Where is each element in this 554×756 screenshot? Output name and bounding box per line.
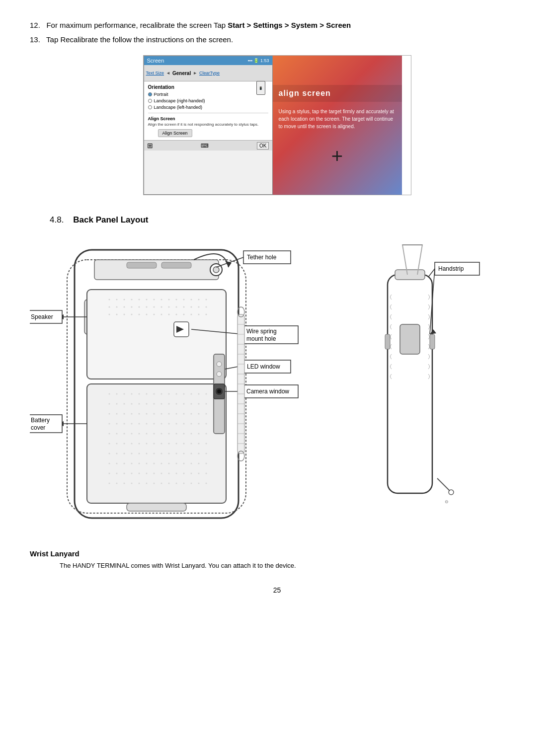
crosshair-icon: + (331, 146, 343, 166)
svg-text:Wire spring: Wire spring (246, 328, 277, 335)
svg-point-25 (116, 299, 118, 301)
svg-point-177 (183, 463, 185, 464)
align-screen-panel: align screen Using a stylus, tap the tar… (273, 56, 402, 195)
svg-text:Camera window: Camera window (246, 388, 289, 395)
svg-point-117 (154, 423, 155, 425)
svg-text:⊖: ⊖ (445, 499, 449, 504)
svg-text:LED window: LED window (247, 363, 280, 370)
svg-point-54 (124, 314, 125, 315)
svg-point-129 (139, 433, 140, 435)
ok-button[interactable]: OK (257, 142, 269, 150)
svg-point-168 (116, 463, 118, 464)
step-13-text: Tap Recalibrate the follow the instructi… (46, 35, 233, 44)
svg-point-193 (198, 473, 200, 474)
align-screen-button[interactable]: Align Screen (158, 129, 192, 137)
svg-point-203 (168, 483, 170, 484)
portrait-label: Portrait (154, 92, 168, 97)
screen-status-icons: ▪▪▪ 🔋 1:53 (247, 58, 269, 63)
svg-point-109 (198, 413, 200, 415)
svg-point-56 (139, 314, 140, 315)
svg-point-155 (124, 453, 125, 454)
svg-point-141 (124, 443, 125, 445)
step-12: 12. For maximum performance, recalibrate… (30, 20, 524, 31)
tab-general[interactable]: General (172, 71, 191, 76)
svg-point-98 (116, 413, 118, 415)
svg-point-181 (109, 473, 110, 474)
step-list: 12. For maximum performance, recalibrate… (30, 20, 524, 45)
svg-point-101 (139, 413, 140, 415)
align-screen-heading: align screen (273, 85, 402, 102)
align-screen-instructions: Using a stylus, tap the target firmly an… (273, 102, 402, 136)
svg-point-112 (116, 423, 118, 425)
phone-icon: 📱 (256, 81, 265, 95)
svg-point-159 (154, 453, 155, 454)
svg-point-200 (146, 483, 148, 484)
svg-point-35 (191, 299, 192, 301)
svg-point-211 (217, 362, 222, 367)
landscape-right-radio[interactable] (148, 99, 152, 103)
tab-cleartype[interactable]: ClearType (199, 71, 220, 76)
svg-point-138 (206, 433, 207, 435)
svg-point-63 (191, 314, 192, 315)
landscape-right-option[interactable]: Landscape (right-handed) (148, 98, 268, 103)
svg-point-212 (217, 372, 222, 377)
svg-point-135 (183, 433, 185, 435)
svg-point-171 (139, 463, 140, 464)
svg-point-185 (139, 473, 140, 474)
landscape-left-radio[interactable] (148, 105, 152, 109)
step-12-bold: Start > Settings > System > Screen (228, 21, 351, 29)
svg-point-202 (161, 483, 162, 484)
svg-point-86 (131, 403, 133, 405)
svg-point-105 (168, 413, 170, 415)
svg-point-208 (206, 483, 207, 484)
svg-point-24 (109, 299, 110, 301)
align-screen-desc: Align the screen if it is not responding… (148, 122, 268, 127)
svg-point-49 (191, 306, 192, 308)
svg-point-92 (176, 403, 177, 405)
svg-point-36 (198, 299, 200, 301)
svg-point-33 (176, 299, 177, 301)
step-12-text: For maximum performance, recalibrate the… (46, 21, 228, 29)
svg-point-115 (139, 423, 140, 425)
svg-point-147 (168, 443, 170, 445)
svg-point-87 (139, 403, 140, 405)
section-title: Back Panel Layout (73, 215, 148, 225)
svg-point-64 (198, 314, 200, 315)
svg-rect-262 (385, 334, 390, 349)
svg-point-118 (161, 423, 162, 425)
svg-point-156 (131, 453, 133, 454)
svg-point-189 (168, 473, 170, 474)
portrait-option[interactable]: Portrait (148, 92, 268, 97)
keyboard-button[interactable]: ⌨ (201, 143, 209, 149)
svg-point-90 (161, 403, 162, 405)
svg-point-169 (124, 463, 125, 464)
svg-point-71 (124, 393, 125, 395)
svg-point-134 (176, 433, 177, 435)
svg-point-190 (176, 473, 177, 474)
svg-point-85 (124, 403, 125, 405)
svg-point-30 (154, 299, 155, 301)
tab-textsize[interactable]: Text Size (146, 71, 164, 76)
back-panel-diagram: Tether hole Wire spring mount hole LED w… (30, 235, 524, 534)
svg-point-131 (154, 433, 155, 435)
svg-point-158 (146, 453, 148, 454)
svg-point-106 (176, 413, 177, 415)
portrait-radio[interactable] (148, 92, 152, 96)
svg-point-102 (146, 413, 148, 415)
svg-point-124 (206, 423, 207, 425)
svg-point-145 (154, 443, 155, 445)
svg-point-128 (131, 433, 133, 435)
svg-point-149 (183, 443, 185, 445)
svg-point-199 (139, 483, 140, 484)
svg-rect-259 (395, 270, 425, 280)
svg-point-182 (116, 473, 118, 474)
svg-point-125 (109, 433, 110, 435)
svg-text:Speaker: Speaker (31, 313, 53, 320)
svg-point-29 (146, 299, 148, 301)
windows-button[interactable]: ⊞ (147, 142, 153, 150)
step-13-number: 13. (30, 35, 40, 44)
svg-point-132 (161, 433, 162, 435)
svg-point-83 (109, 403, 110, 405)
landscape-left-option[interactable]: Landscape (left-handed) (148, 105, 268, 110)
svg-point-194 (206, 473, 207, 474)
